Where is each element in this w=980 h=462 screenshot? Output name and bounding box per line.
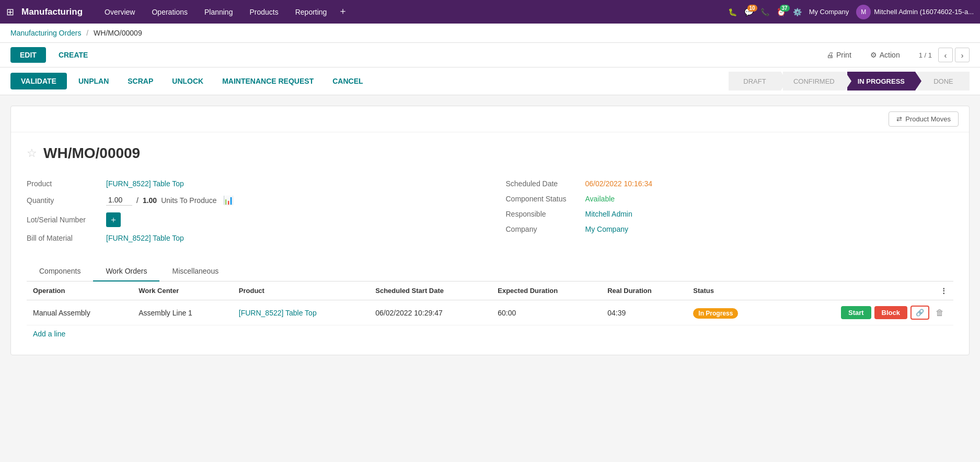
- nav-operations[interactable]: Operations: [144, 5, 194, 19]
- clock-badge: 37: [780, 5, 790, 12]
- avatar: M: [856, 5, 871, 19]
- product-moves-bar: ⇄ Product Moves: [11, 106, 969, 132]
- quantity-produced-input[interactable]: [106, 195, 132, 206]
- breadcrumb-current: WH/MO/00009: [94, 29, 142, 37]
- print-button[interactable]: 🖨 Print: [820, 47, 858, 63]
- add-line-link[interactable]: Add a line: [27, 325, 72, 342]
- quantity-row: / 1.00 Units To Produce 📊: [106, 195, 234, 206]
- component-status-value: Available: [585, 195, 615, 203]
- arrows-icon: ⇄: [896, 115, 902, 123]
- nav-planning[interactable]: Planning: [197, 5, 240, 19]
- tab-miscellaneous[interactable]: Miscellaneous: [159, 262, 231, 281]
- product-value[interactable]: [FURN_8522] Table Top: [106, 179, 184, 188]
- col-scheduled-start: Scheduled Start Date: [369, 281, 491, 300]
- edit-button[interactable]: EDIT: [10, 47, 46, 63]
- block-button[interactable]: Block: [874, 306, 907, 319]
- form-title: WH/MO/00009: [43, 145, 140, 162]
- create-button[interactable]: CREATE: [52, 47, 95, 63]
- cell-work-center: Assembly Line 1: [132, 300, 233, 325]
- product-moves-button[interactable]: ⇄ Product Moves: [889, 111, 959, 127]
- bug-icon-wrap[interactable]: 🐛: [728, 8, 737, 16]
- pagination-info: 1 / 1: [919, 51, 932, 59]
- nav-reporting[interactable]: Reporting: [288, 5, 335, 19]
- row-action-buttons: Start Block 🔗 🗑: [780, 306, 947, 320]
- form-fields: Product [FURN_8522] Table Top Quantity /…: [27, 176, 953, 246]
- breadcrumb-parent[interactable]: Manufacturing Orders: [10, 29, 81, 37]
- table-row: Manual Assembly Assembly Line 1 [FURN_85…: [27, 300, 953, 325]
- action-menu-button[interactable]: ⚙ Action: [864, 47, 906, 63]
- scheduled-date-value[interactable]: 06/02/2022 10:16:34: [585, 179, 652, 188]
- gear-icon: ⚙: [870, 51, 877, 59]
- topnav: ⊞ Manufacturing Overview Operations Plan…: [0, 0, 980, 24]
- cell-row-actions: Start Block 🔗 🗑: [774, 300, 953, 325]
- grid-icon[interactable]: ⊞: [6, 6, 14, 18]
- tab-components[interactable]: Components: [27, 262, 93, 281]
- form-title-row: ☆ WH/MO/00009: [27, 145, 953, 162]
- external-link-icon: 🔗: [916, 309, 924, 317]
- phone-icon: 📞: [760, 8, 769, 16]
- responsible-value[interactable]: Mitchell Admin: [585, 210, 632, 218]
- delete-button[interactable]: 🗑: [932, 306, 947, 320]
- phone-icon-wrap[interactable]: 📞: [760, 8, 769, 16]
- validate-button[interactable]: VALIDATE: [10, 73, 67, 89]
- nav-products[interactable]: Products: [242, 5, 285, 19]
- form-body: ☆ WH/MO/00009 Product [FURN_8522] Table …: [11, 132, 969, 355]
- main-content: ⇄ Product Moves ☆ WH/MO/00009 Product [F…: [0, 95, 980, 453]
- unlock-button[interactable]: UNLOCK: [165, 73, 211, 89]
- bug-icon: 🐛: [728, 8, 737, 16]
- status-inprogress: IN PROGRESS: [847, 72, 915, 91]
- workflow-bar: VALIDATE UNPLAN SCRAP UNLOCK MAINTENANCE…: [0, 67, 980, 95]
- tabs-bar: Components Work Orders Miscellaneous: [27, 262, 953, 281]
- chat-icon-wrap[interactable]: 💬 10: [744, 8, 753, 16]
- fields-left: Product [FURN_8522] Table Top Quantity /…: [27, 176, 475, 246]
- scrap-button[interactable]: SCRAP: [120, 73, 160, 89]
- status-badge: In Progress: [693, 308, 738, 319]
- brand-name: Manufacturing: [21, 7, 83, 17]
- bom-value[interactable]: [FURN_8522] Table Top: [106, 234, 184, 242]
- tab-work-orders[interactable]: Work Orders: [93, 262, 159, 281]
- open-record-button[interactable]: 🔗: [910, 306, 929, 320]
- user-name: Mitchell Admin (16074602-15-a...: [874, 8, 974, 16]
- chat-badge: 10: [747, 5, 757, 12]
- chart-icon[interactable]: 📊: [223, 195, 234, 205]
- table-header: Operation Work Center Product Scheduled …: [27, 281, 953, 300]
- unplan-button[interactable]: UNPLAN: [71, 73, 116, 89]
- work-orders-table: Operation Work Center Product Scheduled …: [27, 281, 953, 325]
- favorite-star-icon[interactable]: ☆: [27, 147, 37, 160]
- cell-real-duration: 04:39: [601, 300, 687, 325]
- status-done: DONE: [917, 72, 970, 91]
- col-actions: ⋮: [774, 281, 953, 300]
- settings-icon-wrap[interactable]: ⚙️: [793, 8, 802, 16]
- field-responsible: Responsible Mitchell Admin: [506, 207, 954, 222]
- company-value[interactable]: My Company: [585, 225, 628, 233]
- col-expected-duration: Expected Duration: [491, 281, 601, 300]
- quantity-total: 1.00: [143, 196, 157, 205]
- field-product: Product [FURN_8522] Table Top: [27, 176, 475, 191]
- fields-right: Scheduled Date 06/02/2022 10:16:34 Compo…: [506, 176, 954, 246]
- row-product-link[interactable]: [FURN_8522] Table Top: [239, 309, 317, 317]
- field-component-status: Component Status Available: [506, 191, 954, 207]
- topnav-menu: Overview Operations Planning Products Re…: [97, 5, 724, 19]
- cancel-button[interactable]: CANCEL: [325, 73, 370, 89]
- lot-add-button[interactable]: ＋: [106, 212, 121, 227]
- maintenance-request-button[interactable]: MAINTENANCE REQUEST: [215, 73, 321, 89]
- nav-overview[interactable]: Overview: [97, 5, 142, 19]
- col-product: Product: [233, 281, 369, 300]
- cell-status: In Progress: [687, 300, 774, 325]
- breadcrumb: Manufacturing Orders / WH/MO/00009: [0, 24, 980, 43]
- cell-product: [FURN_8522] Table Top: [233, 300, 369, 325]
- status-pipeline: DRAFT CONFIRMED IN PROGRESS DONE: [729, 72, 970, 91]
- clock-icon-wrap[interactable]: ⏰ 37: [777, 8, 786, 16]
- form-card: ⇄ Product Moves ☆ WH/MO/00009 Product [F…: [10, 106, 970, 355]
- start-button[interactable]: Start: [841, 306, 871, 319]
- breadcrumb-sep: /: [86, 29, 88, 37]
- user-menu[interactable]: M Mitchell Admin (16074602-15-a...: [856, 5, 974, 19]
- prev-button[interactable]: ‹: [938, 48, 953, 62]
- cell-expected-duration: 60:00: [491, 300, 601, 325]
- quantity-unit: Units To Produce: [161, 196, 216, 205]
- status-confirmed: CONFIRMED: [783, 72, 845, 91]
- status-draft: DRAFT: [729, 72, 781, 91]
- next-button[interactable]: ›: [955, 48, 970, 62]
- cell-scheduled-start: 06/02/2022 10:29:47: [369, 300, 491, 325]
- plus-icon[interactable]: ＋: [338, 5, 348, 19]
